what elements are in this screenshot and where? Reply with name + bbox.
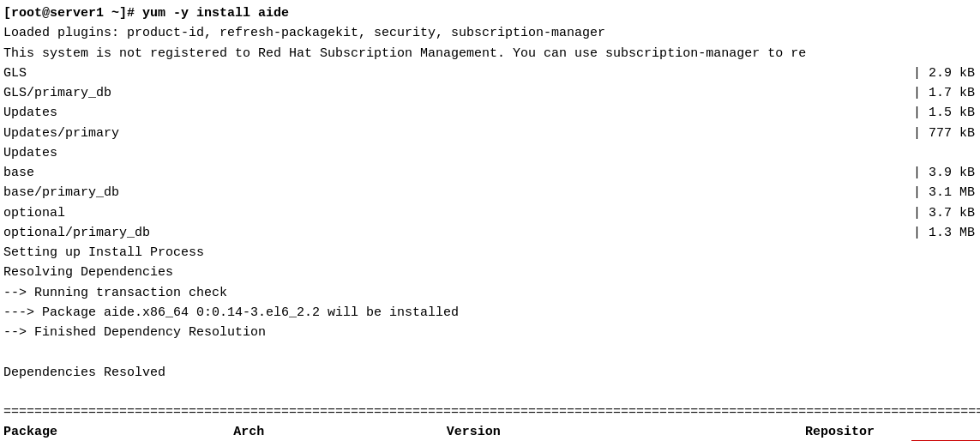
base-primary-db-size: | 3.1 MB: [913, 183, 977, 202]
updates-line-1: Updates | 1.5 kB: [0, 103, 980, 123]
updates-primary-size: | 777 kB: [913, 124, 977, 143]
gls-primary-db-size: | 1.7 kB: [913, 83, 977, 103]
base-primary-db-label: base/primary_db: [3, 183, 913, 202]
finished-dep-text: --> Finished Dependency Resolution: [3, 323, 977, 342]
command-text: [root@server1 ~]# yum -y install aide: [3, 3, 977, 23]
blank-line-1: [0, 342, 980, 362]
loaded-plugins-line: Loaded plugins: product-id, refresh-pack…: [0, 23, 980, 43]
separator-top: ========================================…: [0, 402, 980, 422]
col-arch: Arch: [233, 422, 388, 441]
package-aide-line: ---> Package aide.x86_64 0:0.14-3.el6_2.…: [0, 303, 980, 323]
optional-primary-db-label: optional/primary_db: [3, 223, 913, 243]
running-check-line: --> Running transaction check: [0, 283, 980, 303]
optional-primary-db-line: optional/primary_db | 1.3 MB: [0, 223, 980, 243]
loaded-plugins-text: Loaded plugins: product-id, refresh-pack…: [3, 23, 977, 43]
not-registered-text: This system is not registered to Red Hat…: [3, 44, 977, 63]
command-line: [root@server1 ~]# yum -y install aide: [0, 3, 980, 23]
deps-resolved-line: Dependencies Resolved: [0, 363, 980, 383]
updates-line-2: Updates: [0, 143, 980, 163]
optional-label: optional: [3, 203, 913, 223]
optional-size: | 3.7 kB: [913, 203, 977, 223]
package-aide-text: ---> Package aide.x86_64 0:0.14-3.el6_2.…: [3, 303, 977, 323]
col-package: Package: [3, 422, 175, 441]
setting-up-line: Setting up Install Process: [0, 243, 980, 263]
optional-line: optional | 3.7 kB: [0, 203, 980, 223]
col-repository: Repositor: [805, 422, 977, 441]
base-label: base: [3, 163, 913, 183]
gls-size: | 2.9 kB: [913, 63, 977, 83]
updates-1-size: | 1.5 kB: [913, 103, 977, 123]
terminal-window: [root@server1 ~]# yum -y install aide Lo…: [0, 0, 980, 441]
base-primary-db-line: base/primary_db | 3.1 MB: [0, 183, 980, 202]
resolving-deps-line: Resolving Dependencies: [0, 263, 980, 282]
updates-2-label: Updates: [3, 143, 977, 163]
not-registered-line: This system is not registered to Red Hat…: [0, 44, 980, 63]
base-size: | 3.9 kB: [913, 163, 977, 183]
updates-1-label: Updates: [3, 103, 913, 123]
blank-line-2: [0, 383, 980, 402]
gls-line: GLS | 2.9 kB: [0, 63, 980, 83]
updates-primary-line: Updates/primary | 777 kB: [0, 124, 980, 143]
deps-resolved-text: Dependencies Resolved: [3, 363, 977, 383]
gls-primary-db-label: GLS/primary_db: [3, 83, 913, 103]
setting-up-text: Setting up Install Process: [3, 243, 977, 263]
updates-primary-label: Updates/primary: [3, 124, 913, 143]
col-version: Version: [447, 422, 747, 441]
gls-primary-db-line: GLS/primary_db | 1.7 kB: [0, 83, 980, 103]
finished-dep-line: --> Finished Dependency Resolution: [0, 323, 980, 342]
table-header-row: Package Arch Version Repositor: [0, 422, 980, 441]
running-check-text: --> Running transaction check: [3, 283, 977, 303]
resolving-deps-text: Resolving Dependencies: [3, 263, 977, 282]
gls-label: GLS: [3, 63, 913, 83]
optional-primary-db-size: | 1.3 MB: [913, 223, 977, 243]
base-line: base | 3.9 kB: [0, 163, 980, 183]
